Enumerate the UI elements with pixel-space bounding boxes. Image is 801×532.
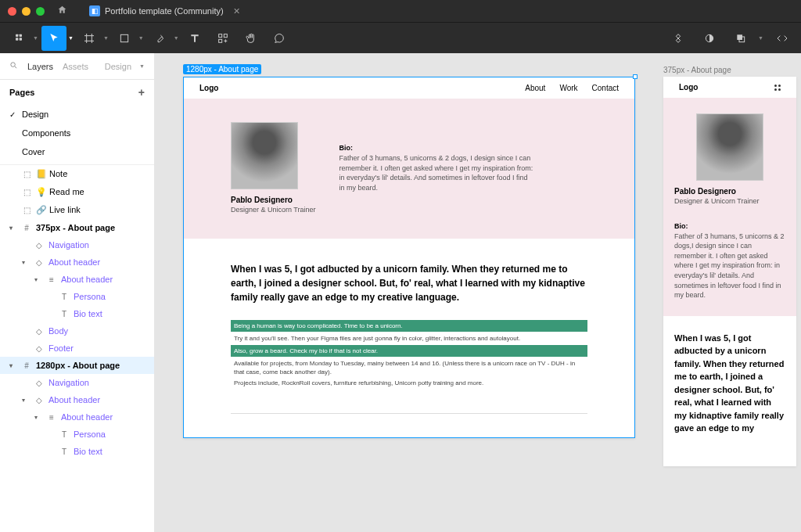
svg-rect-4: [120, 34, 128, 41]
layer-row[interactable]: TPersona: [0, 288, 154, 305]
layer-row[interactable]: ◇Navigation: [0, 374, 154, 391]
layer-row[interactable]: ⬚💡 Read me: [0, 183, 154, 201]
maximize-window-icon[interactable]: [36, 7, 45, 16]
chevron-down-icon[interactable]: ▼: [33, 35, 38, 41]
page-item[interactable]: Design: [0, 105, 154, 124]
persona-name: Pablo Designero: [674, 187, 785, 196]
chevron-down-icon[interactable]: ▼: [68, 35, 74, 41]
logo: Logo: [679, 83, 698, 92]
move-tool[interactable]: [41, 26, 66, 51]
nav-link: Work: [559, 84, 577, 92]
close-window-icon[interactable]: [8, 7, 16, 16]
avatar: [696, 113, 763, 181]
assets-tab[interactable]: Assets: [63, 62, 88, 71]
svg-rect-3: [20, 38, 22, 40]
minimize-window-icon[interactable]: [22, 7, 31, 16]
text-tool[interactable]: [182, 26, 207, 51]
chevron-down-icon[interactable]: ▼: [758, 35, 763, 41]
svg-rect-7: [218, 39, 221, 42]
boolean-icon[interactable]: [728, 26, 753, 51]
layer-row[interactable]: ▾≡About header: [0, 271, 154, 288]
layer-row[interactable]: ⬚🔗 Live link: [0, 201, 154, 219]
para-2: Available for projects, from Monday to T…: [231, 357, 587, 379]
svg-rect-5: [218, 34, 221, 37]
nav-link: About: [525, 84, 545, 92]
body: When I was 5, I got adbucted by a unicor…: [663, 316, 796, 466]
toolbar: ▼ ▼ ▼ ▼ ▼ ▼: [0, 22, 801, 53]
comment-tool[interactable]: [267, 26, 292, 51]
layers-tab[interactable]: Layers: [27, 62, 53, 71]
figma-file-icon: ◧: [89, 5, 100, 16]
layer-row[interactable]: ▾◇About header: [0, 253, 154, 271]
bio-text: Father of 3 humans, 5 unicorns & 2 dogs,…: [339, 153, 535, 192]
close-tab-icon[interactable]: ✕: [233, 6, 240, 16]
svg-rect-2: [16, 38, 18, 40]
svg-point-11: [11, 63, 16, 67]
bio-label: Bio:: [674, 222, 785, 230]
persona-role: Designer & Unicorn Trainer: [674, 197, 785, 207]
para-3: Projects include, RocknRoll covers, furn…: [231, 379, 587, 390]
chevron-down-icon[interactable]: ▼: [138, 35, 144, 41]
about-header: Pablo Designero Designer & Unicorn Train…: [184, 99, 634, 239]
persona-name: Pablo Designero: [231, 196, 316, 204]
page-item[interactable]: Cover: [0, 142, 154, 161]
bio-label: Bio:: [339, 144, 535, 152]
nav-link: Contact: [592, 84, 619, 92]
layer-row[interactable]: ◇Navigation: [0, 236, 154, 253]
artboard-1280[interactable]: Logo About Work Contact Pablo Designero …: [183, 77, 635, 438]
hand-tool[interactable]: [239, 26, 264, 51]
main-menu-button[interactable]: [6, 26, 31, 51]
svg-rect-0: [16, 34, 18, 36]
svg-rect-9: [737, 34, 742, 40]
artboard-375[interactable]: Logo Pablo Designero Designer & Unicorn …: [663, 77, 796, 466]
menu-icon: [774, 84, 781, 91]
mask-icon[interactable]: [697, 26, 722, 51]
para-1: Try it and you'll see. Then your Figma f…: [231, 332, 587, 345]
file-tab[interactable]: ◧ Portfolio template (Community) ✕: [83, 0, 246, 22]
pen-tool[interactable]: [147, 26, 172, 51]
selection-handle[interactable]: [633, 74, 638, 79]
add-page-icon[interactable]: +: [138, 86, 145, 99]
site-header: Logo: [663, 77, 796, 98]
layer-row[interactable]: TBio text: [0, 443, 154, 460]
design-tab[interactable]: Design: [105, 62, 131, 71]
frame-label[interactable]: 375px - About page: [663, 66, 731, 74]
shape-tool[interactable]: [112, 26, 137, 51]
page-item[interactable]: Components: [0, 124, 154, 142]
home-icon[interactable]: [57, 4, 67, 18]
site-header: Logo About Work Contact: [184, 77, 634, 99]
layer-row[interactable]: TPersona: [0, 426, 154, 443]
chevron-down-icon[interactable]: ▼: [174, 35, 179, 41]
pages-header[interactable]: Pages +: [0, 80, 154, 105]
tab-title: Portfolio template (Community): [105, 6, 224, 16]
highlight-2: Also, grow a beard. Check my bio if that…: [231, 345, 587, 357]
site-nav: About Work Contact: [525, 84, 619, 92]
layer-row[interactable]: ◇Footer: [0, 340, 154, 357]
layer-row[interactable]: ⬚📒 Note: [0, 165, 154, 183]
chevron-down-icon[interactable]: ▼: [103, 35, 109, 41]
layer-row[interactable]: ▾◇About header: [0, 391, 154, 408]
persona-role: Designer & Unicorn Trainer: [231, 206, 316, 215]
frame-label[interactable]: 1280px - About page: [183, 64, 261, 74]
bio-text: Father of 3 humans, 5 unicorns & 2 dogs,…: [674, 232, 785, 300]
resources-tool[interactable]: [210, 26, 235, 51]
body: When I was 5, I got adbucted by a unicor…: [184, 239, 634, 438]
canvas[interactable]: 1280px - About page 375px - About page L…: [155, 53, 801, 532]
svg-rect-6: [224, 34, 227, 37]
layer-row[interactable]: ▾#375px - About page: [0, 219, 154, 236]
component-icon[interactable]: [666, 26, 691, 51]
dev-mode-icon[interactable]: [770, 26, 795, 51]
chevron-down-icon[interactable]: ▼: [139, 63, 145, 69]
about-header: Pablo Designero Designer & Unicorn Train…: [663, 98, 796, 316]
logo: Logo: [199, 84, 218, 92]
layer-row[interactable]: ▾#1280px - About page: [0, 357, 154, 374]
layer-row[interactable]: ◇Body: [0, 322, 154, 340]
layer-row[interactable]: ▾≡About header: [0, 408, 154, 426]
window-controls: [8, 7, 45, 16]
story-text: When I was 5, I got adbucted by a unicor…: [674, 332, 785, 435]
search-icon[interactable]: [9, 61, 18, 71]
layer-row[interactable]: TBio text: [0, 305, 154, 322]
story-text: When I was 5, I got adbucted by a unicor…: [231, 262, 587, 304]
frame-tool[interactable]: [77, 26, 102, 51]
svg-rect-1: [20, 34, 22, 36]
